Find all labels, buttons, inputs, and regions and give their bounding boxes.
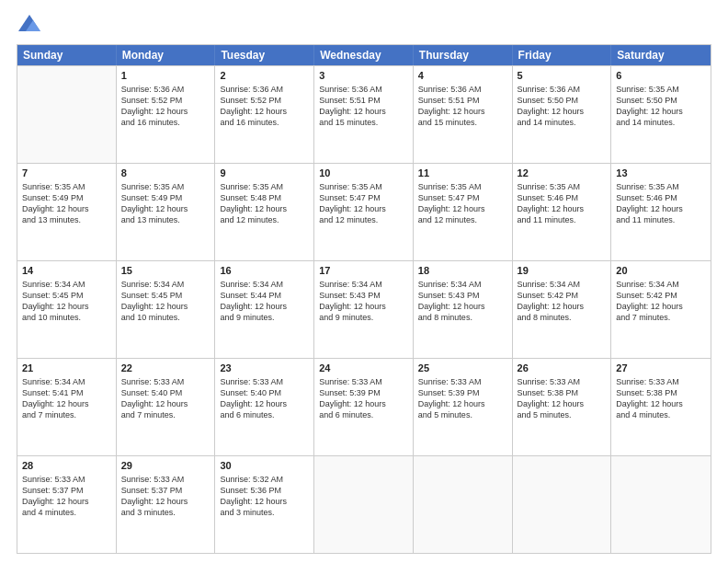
cal-cell-day-8: 8Sunrise: 5:35 AM Sunset: 5:49 PM Daylig…	[117, 164, 216, 260]
day-info: Sunrise: 5:33 AM Sunset: 5:37 PM Dayligh…	[121, 474, 210, 519]
cal-header-friday: Friday	[513, 45, 612, 65]
day-info: Sunrise: 5:34 AM Sunset: 5:43 PM Dayligh…	[319, 279, 408, 324]
day-number: 27	[616, 362, 706, 375]
calendar: SundayMondayTuesdayWednesdayThursdayFrid…	[17, 44, 711, 554]
day-info: Sunrise: 5:33 AM Sunset: 5:37 PM Dayligh…	[22, 474, 111, 519]
cal-cell-day-21: 21Sunrise: 5:34 AM Sunset: 5:41 PM Dayli…	[17, 359, 117, 455]
cal-cell-day-16: 16Sunrise: 5:34 AM Sunset: 5:44 PM Dayli…	[215, 261, 314, 358]
day-number: 16	[220, 264, 309, 278]
day-info: Sunrise: 5:34 AM Sunset: 5:45 PM Dayligh…	[22, 279, 111, 324]
cal-row-1: 7Sunrise: 5:35 AM Sunset: 5:49 PM Daylig…	[17, 163, 711, 260]
cal-cell-day-26: 26Sunrise: 5:33 AM Sunset: 5:38 PM Dayli…	[513, 359, 612, 455]
day-info: Sunrise: 5:34 AM Sunset: 5:44 PM Dayligh…	[220, 279, 309, 324]
cal-row-0: 1Sunrise: 5:36 AM Sunset: 5:52 PM Daylig…	[17, 65, 711, 163]
day-number: 11	[418, 167, 507, 180]
day-info: Sunrise: 5:36 AM Sunset: 5:52 PM Dayligh…	[121, 84, 210, 129]
day-number: 2	[220, 69, 309, 83]
logo-icon	[17, 13, 42, 39]
cal-cell-day-5: 5Sunrise: 5:36 AM Sunset: 5:50 PM Daylig…	[513, 66, 612, 163]
cal-row-2: 14Sunrise: 5:34 AM Sunset: 5:45 PM Dayli…	[17, 260, 711, 358]
day-number: 6	[616, 69, 706, 83]
cal-cell-day-10: 10Sunrise: 5:35 AM Sunset: 5:47 PM Dayli…	[314, 164, 414, 260]
day-number: 12	[518, 167, 607, 180]
cal-row-3: 21Sunrise: 5:34 AM Sunset: 5:41 PM Dayli…	[17, 358, 711, 455]
day-number: 23	[220, 362, 309, 375]
day-number: 4	[418, 69, 507, 83]
day-number: 22	[121, 362, 210, 375]
day-info: Sunrise: 5:35 AM Sunset: 5:46 PM Dayligh…	[616, 181, 706, 226]
calendar-body: 1Sunrise: 5:36 AM Sunset: 5:52 PM Daylig…	[17, 65, 711, 553]
day-number: 18	[418, 264, 507, 278]
cal-header-monday: Monday	[117, 45, 216, 65]
cal-cell-day-6: 6Sunrise: 5:35 AM Sunset: 5:50 PM Daylig…	[611, 66, 711, 163]
cal-header-sunday: Sunday	[17, 45, 117, 65]
day-info: Sunrise: 5:33 AM Sunset: 5:39 PM Dayligh…	[418, 376, 507, 421]
cal-cell-day-29: 29Sunrise: 5:33 AM Sunset: 5:37 PM Dayli…	[117, 456, 216, 553]
cal-cell-day-20: 20Sunrise: 5:34 AM Sunset: 5:42 PM Dayli…	[611, 261, 711, 358]
cal-cell-day-9: 9Sunrise: 5:35 AM Sunset: 5:48 PM Daylig…	[215, 164, 314, 260]
day-info: Sunrise: 5:33 AM Sunset: 5:39 PM Dayligh…	[319, 376, 408, 421]
day-number: 9	[220, 167, 309, 180]
cal-header-wednesday: Wednesday	[314, 45, 414, 65]
day-info: Sunrise: 5:35 AM Sunset: 5:47 PM Dayligh…	[418, 181, 507, 226]
cal-cell-day-24: 24Sunrise: 5:33 AM Sunset: 5:39 PM Dayli…	[314, 359, 414, 455]
cal-row-4: 28Sunrise: 5:33 AM Sunset: 5:37 PM Dayli…	[17, 455, 711, 553]
cal-cell-day-19: 19Sunrise: 5:34 AM Sunset: 5:42 PM Dayli…	[513, 261, 612, 358]
day-info: Sunrise: 5:36 AM Sunset: 5:52 PM Dayligh…	[220, 84, 309, 129]
day-info: Sunrise: 5:35 AM Sunset: 5:50 PM Dayligh…	[616, 84, 706, 129]
day-number: 13	[616, 167, 706, 180]
day-info: Sunrise: 5:34 AM Sunset: 5:42 PM Dayligh…	[518, 279, 607, 324]
day-number: 30	[220, 459, 309, 473]
header	[17, 9, 711, 39]
cal-cell-day-7: 7Sunrise: 5:35 AM Sunset: 5:49 PM Daylig…	[17, 164, 117, 260]
cal-cell-empty	[314, 456, 414, 553]
cal-cell-empty	[414, 456, 513, 553]
day-info: Sunrise: 5:36 AM Sunset: 5:51 PM Dayligh…	[418, 84, 507, 129]
day-number: 15	[121, 264, 210, 278]
cal-header-saturday: Saturday	[611, 45, 711, 65]
day-info: Sunrise: 5:34 AM Sunset: 5:45 PM Dayligh…	[121, 279, 210, 324]
cal-cell-day-4: 4Sunrise: 5:36 AM Sunset: 5:51 PM Daylig…	[414, 66, 513, 163]
logo	[17, 13, 46, 39]
cal-header-tuesday: Tuesday	[215, 45, 314, 65]
page: SundayMondayTuesdayWednesdayThursdayFrid…	[0, 0, 728, 563]
day-info: Sunrise: 5:33 AM Sunset: 5:40 PM Dayligh…	[220, 376, 309, 421]
cal-cell-day-12: 12Sunrise: 5:35 AM Sunset: 5:46 PM Dayli…	[513, 164, 612, 260]
cal-cell-day-14: 14Sunrise: 5:34 AM Sunset: 5:45 PM Dayli…	[17, 261, 117, 358]
day-number: 21	[22, 362, 111, 375]
day-number: 25	[418, 362, 507, 375]
cal-cell-day-30: 30Sunrise: 5:32 AM Sunset: 5:36 PM Dayli…	[215, 456, 314, 553]
cal-cell-empty	[611, 456, 711, 553]
cal-cell-day-17: 17Sunrise: 5:34 AM Sunset: 5:43 PM Dayli…	[314, 261, 414, 358]
cal-cell-day-25: 25Sunrise: 5:33 AM Sunset: 5:39 PM Dayli…	[414, 359, 513, 455]
cal-cell-day-22: 22Sunrise: 5:33 AM Sunset: 5:40 PM Dayli…	[117, 359, 216, 455]
day-number: 7	[22, 167, 111, 180]
day-info: Sunrise: 5:34 AM Sunset: 5:41 PM Dayligh…	[22, 376, 111, 421]
day-number: 19	[518, 264, 607, 278]
cal-cell-empty	[513, 456, 612, 553]
cal-cell-day-27: 27Sunrise: 5:33 AM Sunset: 5:38 PM Dayli…	[611, 359, 711, 455]
cal-cell-day-15: 15Sunrise: 5:34 AM Sunset: 5:45 PM Dayli…	[117, 261, 216, 358]
cal-cell-day-11: 11Sunrise: 5:35 AM Sunset: 5:47 PM Dayli…	[414, 164, 513, 260]
day-number: 10	[319, 167, 408, 180]
day-info: Sunrise: 5:35 AM Sunset: 5:46 PM Dayligh…	[518, 181, 607, 226]
day-info: Sunrise: 5:33 AM Sunset: 5:38 PM Dayligh…	[616, 376, 706, 421]
cal-cell-day-28: 28Sunrise: 5:33 AM Sunset: 5:37 PM Dayli…	[17, 456, 117, 553]
day-info: Sunrise: 5:35 AM Sunset: 5:48 PM Dayligh…	[220, 181, 309, 226]
cal-header-thursday: Thursday	[414, 45, 513, 65]
day-info: Sunrise: 5:34 AM Sunset: 5:42 PM Dayligh…	[616, 279, 706, 324]
day-info: Sunrise: 5:34 AM Sunset: 5:43 PM Dayligh…	[418, 279, 507, 324]
day-number: 26	[518, 362, 607, 375]
day-number: 28	[22, 459, 111, 473]
calendar-header: SundayMondayTuesdayWednesdayThursdayFrid…	[17, 45, 711, 65]
day-info: Sunrise: 5:35 AM Sunset: 5:49 PM Dayligh…	[121, 181, 210, 226]
cal-cell-day-2: 2Sunrise: 5:36 AM Sunset: 5:52 PM Daylig…	[215, 66, 314, 163]
day-number: 1	[121, 69, 210, 83]
cal-cell-day-18: 18Sunrise: 5:34 AM Sunset: 5:43 PM Dayli…	[414, 261, 513, 358]
day-info: Sunrise: 5:33 AM Sunset: 5:40 PM Dayligh…	[121, 376, 210, 421]
cal-cell-day-13: 13Sunrise: 5:35 AM Sunset: 5:46 PM Dayli…	[611, 164, 711, 260]
day-number: 24	[319, 362, 408, 375]
day-number: 5	[518, 69, 607, 83]
day-info: Sunrise: 5:36 AM Sunset: 5:50 PM Dayligh…	[518, 84, 607, 129]
day-info: Sunrise: 5:35 AM Sunset: 5:49 PM Dayligh…	[22, 181, 111, 226]
